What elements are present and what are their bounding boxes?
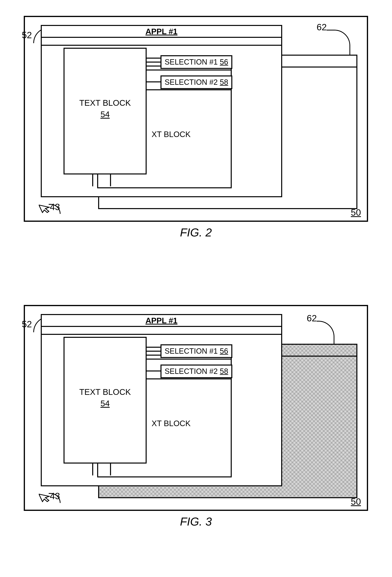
foreground-window-titlebar: APPL #1 xyxy=(42,26,281,38)
cursor-icon xyxy=(39,488,51,503)
foreground-window-titlebar: APPL #1 xyxy=(42,315,281,327)
desktop-frame: MOVIE #1 MOVIE #2 APPL #1 XT BLOCK xyxy=(24,16,368,222)
ref-desktop: 50 xyxy=(351,496,361,507)
selection-2-label: SELECTION #2 xyxy=(165,367,218,375)
foreground-window-body: XT BLOCK SELECTION #1 56 SELECTION #2 58 xyxy=(42,335,281,477)
text-block-ref: 54 xyxy=(65,399,146,408)
cursor-icon xyxy=(39,199,51,214)
figure-2: MOVIE #1 MOVIE #2 APPL #1 XT BLOCK xyxy=(24,16,368,250)
selection-1-button[interactable]: SELECTION #1 56 xyxy=(161,55,232,69)
selection-1-label: SELECTION #1 xyxy=(165,347,218,355)
page: MOVIE #1 MOVIE #2 APPL #1 XT BLOCK xyxy=(0,0,392,577)
selection-1-label: SELECTION #1 xyxy=(165,58,218,66)
selection-2-button[interactable]: SELECTION #2 58 xyxy=(161,75,232,89)
figure-3: MOVIE #1 MOVIE #2 APPL #1 XT BLOCK xyxy=(24,305,368,539)
foreground-window-toolbar xyxy=(42,38,281,46)
text-block-ref: 54 xyxy=(65,110,146,119)
inner-back-text: XT BLOCK xyxy=(152,130,191,139)
foreground-window[interactable]: APPL #1 XT BLOCK SELECTION #1 xyxy=(41,25,282,197)
text-block: TEXT BLOCK 54 xyxy=(64,48,147,175)
text-block: TEXT BLOCK 54 xyxy=(64,337,147,464)
selection-2-ref: 58 xyxy=(220,367,228,375)
selection-1-ref: 56 xyxy=(220,347,228,355)
selection-1-button[interactable]: SELECTION #1 56 xyxy=(161,344,232,358)
text-block-label: TEXT BLOCK xyxy=(79,98,131,108)
figure-3-caption: FIG. 3 xyxy=(24,515,368,528)
inner-back-text: XT BLOCK xyxy=(152,419,191,428)
desktop-frame: MOVIE #1 MOVIE #2 APPL #1 XT BLOCK xyxy=(24,305,368,511)
selection-2-ref: 58 xyxy=(220,78,228,86)
selection-2-label: SELECTION #2 xyxy=(165,78,218,86)
ref-front-window: 52 xyxy=(22,30,32,40)
figure-2-caption: FIG. 2 xyxy=(24,226,368,239)
ref-back-window: 62 xyxy=(307,313,317,324)
ref-desktop: 50 xyxy=(351,207,361,218)
selection-2-button[interactable]: SELECTION #2 58 xyxy=(161,364,232,378)
selection-1-ref: 56 xyxy=(220,58,228,66)
foreground-window-toolbar xyxy=(42,327,281,335)
foreground-window[interactable]: APPL #1 XT BLOCK SELECTION #1 56 xyxy=(41,314,282,486)
foreground-window-body: XT BLOCK SELECTION #1 56 SELECTION #2 58 xyxy=(42,46,281,188)
ref-back-window: 62 xyxy=(317,22,327,33)
ref-front-window: 52 xyxy=(22,319,32,329)
text-block-label: TEXT BLOCK xyxy=(79,387,131,397)
